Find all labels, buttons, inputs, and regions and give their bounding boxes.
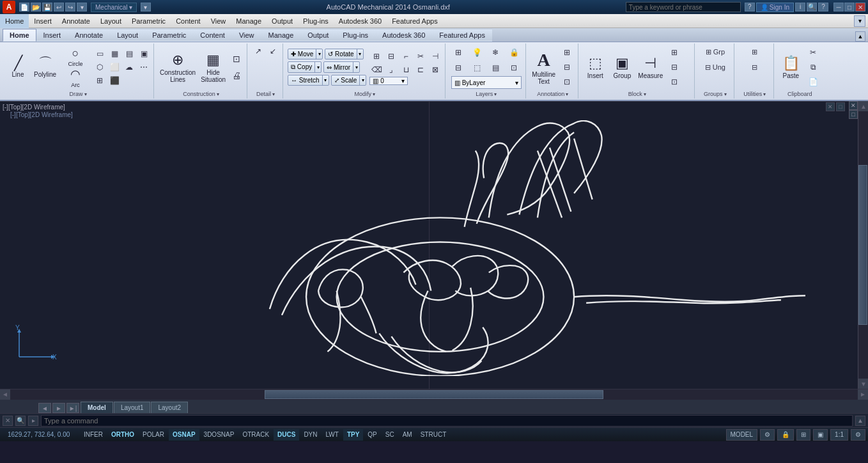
stretch-btn[interactable]: ↔ Stretch (288, 75, 322, 85)
cut-btn[interactable]: ✂ (805, 45, 821, 59)
move-arrow[interactable]: ▾ (316, 49, 322, 59)
tab-output[interactable]: Output (300, 29, 336, 42)
more-draw-btn[interactable]: ⋯ (137, 61, 151, 74)
hatch-btn[interactable]: ▦ (107, 47, 121, 60)
insert-btn[interactable]: ⬚ Insert (582, 45, 608, 90)
status-settings-btn[interactable]: ⚙ (760, 429, 775, 441)
status-3dosnap[interactable]: 3DOSNAP (200, 429, 238, 441)
menu-autodesk360[interactable]: Autodesk 360 (334, 14, 387, 28)
drawing-canvas[interactable]: [-][Top][2D Wireframe] ✕ □ [-][Top][2D W… (0, 101, 858, 389)
offset-btn[interactable]: ⊟ (384, 50, 398, 63)
block-btn2[interactable]: ⊟ (666, 60, 683, 74)
groups-btn1[interactable]: ⊞ Grp (699, 45, 731, 59)
tab-annotate[interactable]: Annotate (68, 29, 110, 42)
app-icon[interactable]: A (3, 1, 15, 13)
annotation-group-label[interactable]: Annotation ▾ (530, 90, 575, 97)
tab-plugins[interactable]: Plug-ins (336, 29, 375, 42)
tab-view[interactable]: View (232, 29, 261, 42)
groups-group-label[interactable]: Groups ▾ (699, 90, 731, 97)
utilities-btn2[interactable]: ⊟ (739, 60, 771, 74)
help-btn[interactable]: ? (745, 3, 755, 12)
undo-btn[interactable]: ↩ (54, 3, 64, 12)
print-btn[interactable]: 🖨 (229, 68, 244, 83)
redo-btn[interactable]: ↪ (65, 3, 75, 12)
copy-clipboard-btn[interactable]: ⧉ (805, 60, 821, 74)
multiline-text-btn[interactable]: A MultilineText (530, 45, 557, 90)
scroll-down-btn[interactable]: ▼ (858, 379, 868, 389)
viewport-restore-btn[interactable]: □ (836, 102, 845, 111)
utilities-btn1[interactable]: ⊞ (739, 45, 771, 59)
boundary-btn[interactable]: ▣ (137, 47, 151, 60)
status-sc[interactable]: SC (382, 429, 398, 441)
hscroll-thumb[interactable] (265, 390, 603, 399)
scale-split-btn[interactable]: ⤢ Scale ▾ (331, 75, 367, 86)
layer-on-btn[interactable]: 💡 (468, 45, 486, 59)
annotate-btn2[interactable]: ⊟ (559, 60, 575, 74)
scroll-right-btn[interactable]: ► (858, 389, 868, 400)
menu-parametric[interactable]: Parametric (127, 14, 171, 28)
block-btn3[interactable]: ⊡ (666, 75, 683, 89)
status-tpy[interactable]: TPY (343, 429, 363, 441)
construction-lines-btn[interactable]: ⊕ ConstructionLines (158, 45, 198, 90)
restore-btn[interactable]: □ (844, 3, 855, 12)
viewport-expand[interactable]: □ (849, 110, 858, 119)
status-osnap[interactable]: OSNAP (169, 429, 199, 441)
hide-situation-btn[interactable]: ▦ HideSituation (199, 45, 228, 90)
tab-prev-btn[interactable]: ◄ (38, 403, 51, 413)
tab-insert[interactable]: Insert (36, 29, 68, 42)
arc-btn[interactable]: ◠ Arc (59, 68, 91, 88)
save-btn[interactable]: 💾 (42, 3, 52, 12)
modify-group-label[interactable]: Modify ▾ (287, 90, 442, 97)
menu-plugins[interactable]: Plug-ins (298, 14, 334, 28)
status-grid-btn[interactable]: ⊞ (796, 429, 810, 441)
layer4-btn[interactable]: ▤ (486, 61, 504, 75)
status-infer[interactable]: INFER (80, 429, 107, 441)
tab-model[interactable]: Model (81, 402, 113, 413)
status-ducs[interactable]: DUCS (274, 429, 299, 441)
command-input[interactable] (41, 415, 853, 427)
detail-btn1[interactable]: ↗ (251, 45, 265, 58)
menu-insert[interactable]: Insert (29, 14, 57, 28)
gradient-btn[interactable]: ▤ (122, 47, 136, 60)
search-btn2[interactable]: 🔍 (807, 3, 817, 12)
trim-btn[interactable]: ✂ (414, 50, 428, 63)
menu-layout[interactable]: Layout (95, 14, 127, 28)
measure-btn[interactable]: ⊣ Measure (636, 45, 665, 90)
tab-featured[interactable]: Featured Apps (432, 29, 492, 42)
scroll-left-btn[interactable]: ◄ (0, 389, 10, 400)
stretch-split-btn[interactable]: ↔ Stretch ▾ (288, 75, 329, 86)
draw-group-label[interactable]: Draw ▾ (5, 90, 151, 97)
layer2-btn[interactable]: ⊟ (449, 61, 467, 75)
model-label-btn[interactable]: MODEL (726, 429, 758, 441)
scroll-thumb[interactable] (858, 165, 867, 326)
tab-layout2[interactable]: Layout2 (151, 402, 188, 413)
join-btn[interactable]: ⊔ (399, 63, 413, 76)
ext-btn[interactable]: ⊣ (428, 50, 442, 63)
erase-btn[interactable]: ⌫ (369, 63, 384, 76)
menu-featured[interactable]: Featured Apps (387, 14, 443, 28)
layer-dropdown[interactable]: ▥ ByLayer ▾ (451, 76, 522, 89)
minimize-btn[interactable]: ─ (833, 3, 844, 12)
detail-btn2[interactable]: ↙ (266, 45, 280, 58)
status-ws-btn[interactable]: ⚙ (851, 429, 865, 441)
status-struct[interactable]: STRUCT (417, 429, 451, 441)
menu-content[interactable]: Content (171, 14, 206, 28)
clipboard-group-label[interactable]: Clipboard (778, 90, 821, 97)
rotate-btn[interactable]: ↺ Rotate (325, 49, 356, 59)
rotate-split-btn[interactable]: ↺ Rotate ▾ (325, 49, 363, 59)
annotate-btn1[interactable]: ⊞ (559, 45, 575, 59)
layer3-btn[interactable]: ⬚ (468, 61, 486, 75)
break-btn[interactable]: ⊏ (414, 63, 428, 76)
new-btn[interactable]: 📄 (19, 3, 29, 12)
pattern1-btn[interactable]: ⊞ (93, 74, 107, 87)
pattern2-btn[interactable]: ⬛ (107, 74, 121, 87)
info-btn[interactable]: i (795, 3, 805, 12)
rotate-arrow[interactable]: ▾ (357, 49, 363, 59)
tab-next-btn[interactable]: ► (52, 403, 65, 413)
paste-special-btn[interactable]: 📄 (805, 75, 821, 89)
status-am[interactable]: AM (399, 429, 416, 441)
status-annotate-scale-btn[interactable]: 1:1 (830, 429, 848, 441)
status-viewport-btn[interactable]: ▣ (813, 429, 828, 441)
scroll-up-btn[interactable]: ▲ (858, 101, 868, 111)
block-group-label[interactable]: Block ▾ (582, 90, 692, 97)
